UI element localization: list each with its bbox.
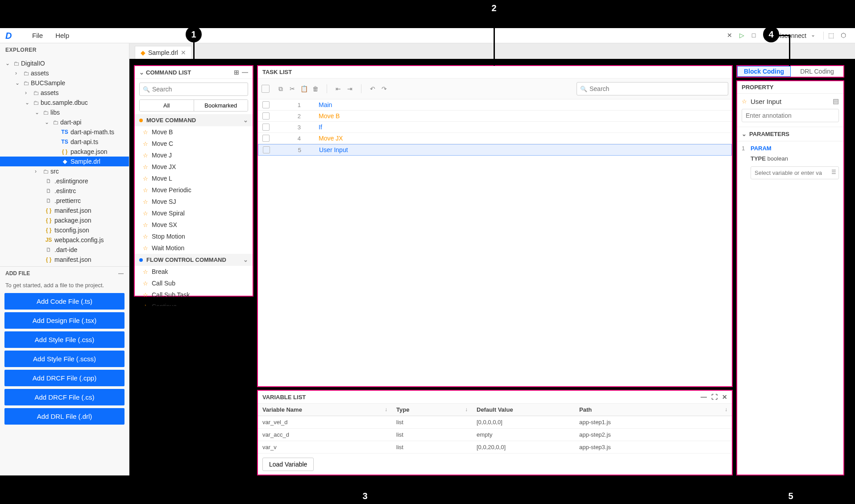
outdent-icon[interactable]: ⇤ — [333, 84, 343, 94]
task-checkbox[interactable] — [262, 101, 270, 108]
add-file-button[interactable]: Add DRCF File (.cpp) — [4, 370, 125, 386]
collapse-icon[interactable]: — — [118, 270, 124, 277]
command-item[interactable]: ☆Continue — [135, 301, 253, 306]
task-row[interactable]: 5User Input — [258, 144, 732, 156]
tree-item-assets[interactable]: ›🗀assets — [0, 88, 129, 98]
grid-icon[interactable]: ⊞ — [234, 69, 239, 76]
command-item[interactable]: ☆Break — [135, 266, 253, 277]
star-icon[interactable]: ☆ — [742, 98, 747, 105]
command-item[interactable]: ☆Move C — [135, 138, 253, 149]
col-type[interactable]: Type↓ — [392, 404, 472, 416]
tree-item-buc-sample-dbuc[interactable]: ⌄🗀buc.sample.dbuc — [0, 98, 129, 107]
task-checkbox[interactable] — [263, 146, 270, 153]
task-row[interactable]: 2Move B — [258, 111, 732, 122]
variable-row[interactable]: var_vlist[0,0,20,0,0]app-step3.js — [258, 441, 732, 454]
col-variable-name[interactable]: Variable Name↓ — [258, 404, 392, 416]
tab-bookmarked[interactable]: Bookmarked — [194, 100, 248, 111]
task-checkbox[interactable] — [262, 124, 270, 131]
star-icon[interactable]: ☆ — [143, 233, 148, 240]
command-group-header[interactable]: FLOW CONTROL COMMAND⌄ — [135, 254, 253, 266]
task-search-input[interactable] — [577, 82, 728, 95]
annotation-icon[interactable]: ▤ — [833, 97, 839, 105]
star-icon[interactable]: ☆ — [143, 210, 148, 217]
paste-icon[interactable]: 📋 — [299, 84, 309, 94]
star-icon[interactable]: ☆ — [143, 140, 148, 147]
chevron-down-icon[interactable]: ⌄ — [139, 69, 144, 76]
tree-item-BUCSample[interactable]: ⌄🗀BUCSample — [0, 78, 129, 88]
star-icon[interactable]: ☆ — [143, 303, 148, 306]
tab-drl-coding[interactable]: DRL Coding — [791, 66, 843, 77]
tab-block-coding[interactable]: Block Coding — [737, 66, 791, 77]
command-group-header[interactable]: MOVE COMMAND⌄ — [135, 114, 253, 126]
add-file-button[interactable]: Add DRCF File (.cs) — [4, 389, 125, 405]
select-all-checkbox[interactable] — [261, 85, 270, 93]
tree-item-dart-api[interactable]: ⌄🗀dart-api — [0, 117, 129, 127]
menu-file[interactable]: File — [26, 29, 49, 42]
indent-icon[interactable]: ⇥ — [345, 84, 355, 94]
add-file-button[interactable]: Add Style File (.css) — [4, 331, 125, 348]
tree-item--eslintignore[interactable]: 🗋.eslintignore — [0, 176, 129, 186]
task-row[interactable]: 4Move JX — [258, 133, 732, 144]
load-variable-button[interactable]: Load Variable — [262, 458, 314, 471]
command-item[interactable]: ☆Call Sub — [135, 277, 253, 289]
task-checkbox[interactable] — [262, 112, 270, 120]
tree-item--prettierrc[interactable]: 🗋.prettierrc — [0, 196, 129, 206]
add-file-button[interactable]: Add DRL File (.drl) — [4, 408, 125, 425]
tree-item-package-json[interactable]: { }package.json — [0, 147, 129, 157]
tree-item-Sample-drl[interactable]: ◆Sample.drl — [0, 157, 129, 166]
shuffle-icon[interactable]: ✕ — [727, 32, 735, 40]
tree-item--eslintrc[interactable]: 🗋.eslintrc — [0, 186, 129, 196]
command-item[interactable]: ☆Move Periodic — [135, 184, 253, 196]
command-item[interactable]: ☆Call Sub Task — [135, 289, 253, 301]
task-checkbox[interactable] — [262, 135, 270, 142]
menu-help[interactable]: Help — [49, 29, 75, 42]
tree-item--dart-ide[interactable]: 🗋.dart-ide — [0, 245, 129, 255]
star-icon[interactable]: ☆ — [143, 198, 148, 205]
command-item[interactable]: ☆Wait Motion — [135, 242, 253, 254]
tree-item-tsconfig-json[interactable]: { }tsconfig.json — [0, 225, 129, 235]
tree-item-manifest-json[interactable]: { }manifest.json — [0, 255, 129, 264]
stop-icon[interactable]: □ — [752, 32, 760, 40]
annotation-input[interactable] — [742, 109, 839, 122]
command-item[interactable]: ☆Move L — [135, 173, 253, 184]
command-item[interactable]: ☆Stop Motion — [135, 231, 253, 242]
layout-icon[interactable]: ⬚ — [828, 32, 836, 40]
add-file-button[interactable]: Add Style File (.scss) — [4, 351, 125, 367]
star-icon[interactable]: ☆ — [143, 269, 148, 275]
add-file-button[interactable]: Add Design File (.tsx) — [4, 312, 125, 329]
star-icon[interactable]: ☆ — [143, 222, 148, 228]
cut-icon[interactable]: ✂ — [287, 84, 297, 94]
close-icon[interactable]: ✕ — [722, 393, 727, 401]
delete-icon[interactable]: 🗑 — [311, 84, 320, 94]
tree-item-dart-api-ts[interactable]: TSdart-api.ts — [0, 137, 129, 147]
tab-all[interactable]: All — [140, 100, 194, 111]
command-search-input[interactable] — [139, 83, 248, 96]
tree-item-DigitalIO[interactable]: ⌄🗀DigitalIO — [0, 58, 129, 68]
col-path[interactable]: Path↓ — [575, 404, 732, 416]
tree-item-manifest-json[interactable]: { }manifest.json — [0, 206, 129, 215]
command-item[interactable]: ☆Move SX — [135, 219, 253, 231]
dropdown-icon[interactable]: ☰ — [831, 169, 836, 175]
star-icon[interactable]: ☆ — [143, 129, 148, 136]
editor-tab-sample-drl[interactable]: ◆ Sample.drl ✕ — [135, 46, 192, 59]
star-icon[interactable]: ☆ — [143, 164, 148, 170]
command-item[interactable]: ☆Move J — [135, 149, 253, 161]
close-icon[interactable]: ✕ — [181, 49, 186, 56]
tree-item-package-json[interactable]: { }package.json — [0, 215, 129, 225]
variable-row[interactable]: var_vel_dlist[0,0,0,0,0]app-step1.js — [258, 416, 732, 429]
star-icon[interactable]: ☆ — [143, 175, 148, 182]
chevron-down-icon[interactable]: ⌄ — [742, 131, 747, 137]
col-default-value[interactable]: Default Value — [472, 404, 575, 416]
command-item[interactable]: ☆Move B — [135, 126, 253, 138]
add-file-button[interactable]: Add Code File (.ts) — [4, 293, 125, 310]
redo-icon[interactable]: ↷ — [379, 84, 389, 94]
maximize-icon[interactable]: ⛶ — [711, 393, 718, 401]
tree-item-src[interactable]: ›🗀src — [0, 166, 129, 176]
star-icon[interactable]: ☆ — [143, 152, 148, 159]
play-icon[interactable]: ▷ — [739, 32, 747, 40]
param-value-input[interactable] — [751, 166, 839, 179]
star-icon[interactable]: ☆ — [143, 187, 148, 194]
task-row[interactable]: 3If — [258, 122, 732, 133]
task-row[interactable]: 1Main — [258, 99, 732, 111]
star-icon[interactable]: ☆ — [143, 292, 148, 298]
